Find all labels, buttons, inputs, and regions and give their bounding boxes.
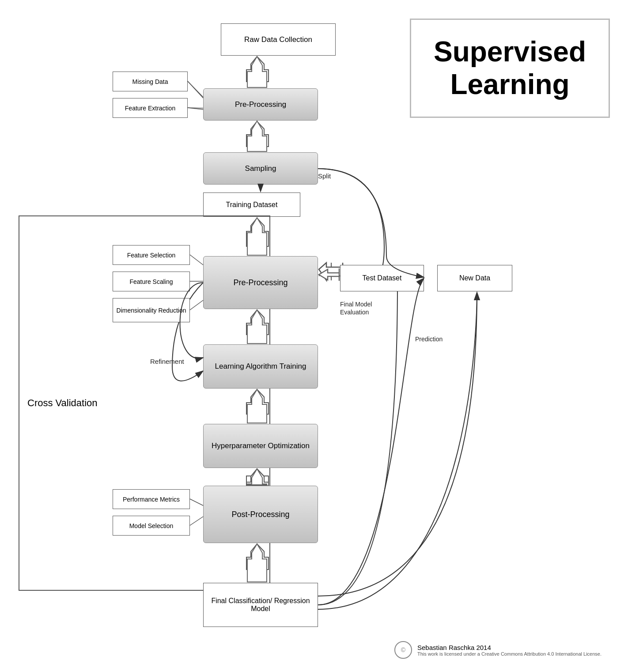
split-label: Split	[318, 172, 331, 180]
feature-scaling-label: Feature Scaling	[129, 278, 173, 285]
svg-marker-1	[246, 57, 269, 82]
hyperparameter-label: Hyperparameter Optimization	[212, 442, 310, 450]
final-classification-label: Final Classification/ Regression Model	[204, 597, 318, 613]
feature-selection-box: Feature Selection	[113, 245, 190, 265]
svg-marker-10	[319, 263, 331, 280]
pre-processing-top-box: Pre-Processing	[203, 88, 318, 121]
prediction-label: Prediction	[415, 336, 443, 343]
svg-line-29	[188, 81, 203, 98]
feature-extraction-box: Feature Extraction	[113, 98, 188, 118]
model-selection-box: Model Selection	[113, 516, 190, 536]
pre-processing-top-label: Pre-Processing	[235, 100, 286, 109]
feature-selection-label: Feature Selection	[127, 252, 176, 259]
svg-line-13	[188, 108, 203, 108]
missing-data-box: Missing Data	[113, 72, 188, 91]
post-processing-box: Post-Processing	[203, 486, 318, 543]
svg-marker-15	[247, 57, 267, 87]
new-data-box: New Data	[437, 265, 512, 291]
dim-reduction-label: Dimensionality Reduction	[117, 307, 186, 314]
svg-marker-2	[246, 121, 269, 147]
post-processing-label: Post-Processing	[231, 510, 289, 519]
svg-marker-11	[319, 263, 343, 280]
raw-data-label: Raw Data Collection	[244, 35, 312, 44]
credit-text: Sebastian Raschka 2014 This work is lice…	[417, 644, 602, 657]
refinement-label: Refinement	[150, 358, 184, 365]
learning-algo-box: Learning Algorithm Training	[203, 344, 318, 389]
supervised-learning-title: Supervised Learning	[410, 19, 610, 118]
model-selection-label: Model Selection	[129, 522, 174, 529]
final-classification-box: Final Classification/ Regression Model	[203, 583, 318, 627]
sampling-label: Sampling	[245, 164, 276, 173]
diagram-container: Raw Data Collection Pre-Processing Missi…	[0, 0, 628, 672]
svg-marker-16	[247, 121, 267, 151]
svg-marker-19	[319, 268, 339, 281]
test-dataset-box: Test Dataset	[340, 265, 424, 291]
learning-algo-label: Learning Algorithm Training	[215, 362, 306, 371]
final-model-eval-label: Final ModelEvaluation	[340, 300, 372, 316]
training-dataset-box: Training Dataset	[203, 193, 300, 217]
test-dataset-label: Test Dataset	[363, 274, 402, 282]
svg-line-12	[188, 81, 203, 97]
new-data-label: New Data	[459, 274, 490, 282]
credit-section: © Sebastian Raschka 2014 This work is li…	[394, 641, 602, 659]
pre-processing-mid-label: Pre-Processing	[233, 278, 288, 287]
feature-extraction-label: Feature Extraction	[125, 105, 175, 112]
svg-line-30	[188, 108, 203, 109]
pre-processing-mid-box: Pre-Processing	[203, 256, 318, 309]
raw-data-box: Raw Data Collection	[221, 23, 336, 56]
cc-icon: ©	[394, 641, 412, 659]
training-dataset-label: Training Dataset	[226, 201, 278, 209]
performance-metrics-box: Performance Metrics	[113, 489, 190, 509]
performance-metrics-label: Performance Metrics	[123, 496, 180, 503]
missing-data-label: Missing Data	[132, 78, 168, 85]
hyperparameter-box: Hyperparameter Optimization	[203, 424, 318, 468]
dim-reduction-box: Dimensionality Reduction	[113, 298, 190, 322]
sampling-box: Sampling	[203, 152, 318, 185]
feature-scaling-box: Feature Scaling	[113, 272, 190, 291]
